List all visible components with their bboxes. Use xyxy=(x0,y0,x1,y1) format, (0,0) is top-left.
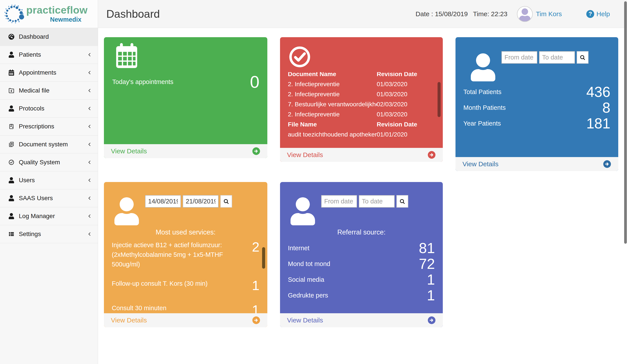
date-range-inputs xyxy=(501,51,588,64)
table-row: 2. Infectiepreventie 01/03/2020 xyxy=(288,109,435,119)
chevron-left-icon xyxy=(87,142,93,147)
chevron-left-icon xyxy=(87,70,93,75)
sidebar-item-dashboard[interactable]: Dashboard xyxy=(0,28,98,46)
chevron-left-icon xyxy=(87,88,93,93)
brand-logo-icon xyxy=(3,3,24,24)
from-date-input[interactable] xyxy=(501,51,537,64)
header-time: Time: 22:23 xyxy=(473,10,507,18)
sidebar-item-medical-file[interactable]: Medical file xyxy=(0,82,98,100)
search-button[interactable] xyxy=(577,51,588,64)
sidebar-item-quality-system[interactable]: Quality System xyxy=(0,154,98,171)
search-button[interactable] xyxy=(220,195,232,208)
view-details-link[interactable]: View Details xyxy=(280,316,443,324)
scrollbar-thumb[interactable] xyxy=(438,82,441,117)
table-row: 2. Infectiepreventie 01/03/2020 xyxy=(288,79,435,89)
page-title: Dashboard xyxy=(106,8,160,20)
sidebar-item-saas-users[interactable]: SAAS Users xyxy=(0,189,98,207)
sidebar-item-label: SAAS Users xyxy=(19,195,53,202)
sidebar-item-protocols[interactable]: Protocols xyxy=(0,100,98,118)
clipboard-icon xyxy=(7,122,15,130)
view-details-link[interactable]: View Details xyxy=(104,316,267,324)
sidebar-item-label: Protocols xyxy=(19,105,44,112)
files-rows: audit toezichthoudend apotheker 01/01/20… xyxy=(288,129,435,140)
scrollbar-thumb[interactable] xyxy=(262,247,265,269)
sidebar-item-label: Users xyxy=(19,177,35,184)
from-date-input[interactable] xyxy=(145,195,181,208)
brand-name: practiceflow xyxy=(26,4,88,15)
question-circle-icon: ? xyxy=(586,10,594,18)
sidebar-item-appointments[interactable]: Appointments xyxy=(0,64,98,82)
date-range-inputs xyxy=(321,195,408,208)
chevron-left-icon xyxy=(87,177,93,183)
chevron-left-icon xyxy=(87,106,93,111)
stat-row: Total Patients 436 xyxy=(463,84,610,100)
sidebar-nav: Dashboard Patients Appointments xyxy=(0,28,98,243)
header: Dashboard Date : 15/08/2019 Time: 22:23 … xyxy=(98,0,627,28)
user-icon xyxy=(7,194,15,202)
folder-plus-icon xyxy=(7,87,15,95)
sidebar-item-users[interactable]: Users xyxy=(0,171,98,189)
chevron-left-icon xyxy=(87,159,93,165)
sidebar-item-patients[interactable]: Patients xyxy=(0,46,98,64)
search-button[interactable] xyxy=(396,195,408,208)
to-date-input[interactable] xyxy=(359,195,395,208)
date-range-inputs xyxy=(145,195,232,208)
copy-icon xyxy=(7,140,15,148)
sidebar-item-document-system[interactable]: Document system xyxy=(0,136,98,154)
help-button[interactable]: ? Help xyxy=(586,10,610,18)
arrow-circle-right-icon xyxy=(252,147,260,155)
page-scrollbar[interactable] xyxy=(624,1,627,244)
person-icon xyxy=(114,197,139,225)
brand[interactable]: practiceflow Newmedix xyxy=(0,0,98,28)
sidebar-item-label: Settings xyxy=(19,231,41,238)
user-icon xyxy=(7,212,15,220)
appointments-count: 0 xyxy=(250,73,260,90)
calendar-icon xyxy=(116,43,140,69)
files-table-header: File Name Revision Date xyxy=(288,119,435,129)
card-todays-appointments: Today's appointments 0 View Details xyxy=(104,37,267,158)
view-details-link[interactable]: View Details xyxy=(280,151,443,159)
header-date: Date : 15/08/2019 xyxy=(416,10,468,18)
stat-row: Year Patients 181 xyxy=(463,115,610,131)
sidebar-item-label: Appointments xyxy=(19,69,56,76)
user-icon xyxy=(7,104,15,112)
documents-scroll-area[interactable]: Document Name Revision Date 2. Infectiep… xyxy=(280,72,443,146)
services-search-row xyxy=(104,182,267,225)
search-icon xyxy=(223,198,229,205)
view-details-link[interactable]: View Details xyxy=(104,147,267,155)
patients-search-row xyxy=(456,37,618,81)
arrow-circle-right-icon xyxy=(427,151,436,159)
services-heading: Most used services: xyxy=(104,228,267,236)
person-icon xyxy=(291,197,315,225)
card-referrals: Referral source: Internet 81 Mond tot mo… xyxy=(280,182,443,327)
stat-row: Month Patients 8 xyxy=(463,100,610,115)
arrow-circle-right-icon xyxy=(252,316,260,324)
patients-stats: Total Patients 436 Month Patients 8 Year… xyxy=(456,84,618,131)
sidebar-item-log-manager[interactable]: Log Manager xyxy=(0,207,98,225)
table-row: 7. Bestuurlijke verantwoordelijkheid 02/… xyxy=(288,99,435,109)
arrow-circle-right-icon xyxy=(427,316,436,324)
sidebar-item-settings[interactable]: Settings xyxy=(0,225,98,243)
username[interactable]: Tim Kors xyxy=(536,10,562,18)
arrow-circle-right-icon xyxy=(603,160,611,168)
patients-stat-rows: Total Patients 436 Month Patients 8 Year… xyxy=(463,84,610,131)
brand-subtitle: Newmedix xyxy=(26,16,81,23)
to-date-input[interactable] xyxy=(539,51,575,64)
from-date-input[interactable] xyxy=(321,195,357,208)
stat-row: Gedrukte pers 1 xyxy=(288,287,435,303)
chevron-left-icon xyxy=(87,231,93,237)
table-row: 2. Infectiepreventie 01/03/2020 xyxy=(288,89,435,99)
sidebar-item-label: Dashboard xyxy=(19,33,49,40)
card-footer: View Details xyxy=(104,313,267,327)
table-row: audit toezichthoudend apotheker 01/01/20… xyxy=(288,129,435,140)
search-icon xyxy=(579,54,586,61)
avatar[interactable] xyxy=(517,6,533,22)
appointments-label: Today's appointments xyxy=(112,78,173,86)
check-circle-icon xyxy=(289,46,311,68)
stat-row: Internet 81 xyxy=(288,240,435,256)
sidebar-item-prescriptions[interactable]: Prescriptions xyxy=(0,118,98,136)
dashboard-content: Today's appointments 0 View Details Docu… xyxy=(98,28,627,364)
to-date-input[interactable] xyxy=(183,195,218,208)
brand-text: practiceflow Newmedix xyxy=(26,4,88,23)
view-details-link[interactable]: View Details xyxy=(456,160,618,168)
